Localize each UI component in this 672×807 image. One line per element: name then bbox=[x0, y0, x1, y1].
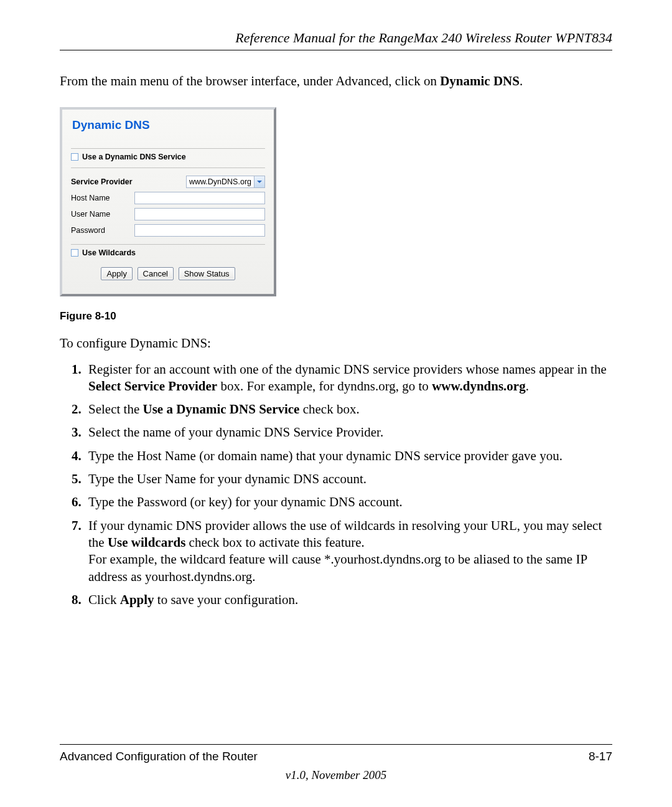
panel-divider bbox=[71, 244, 265, 245]
step-bold: Use a Dynamic DNS Service bbox=[142, 402, 299, 417]
step-text: Type the Host Name (or domain name) that… bbox=[88, 448, 562, 463]
step-1: Register for an account with one of the … bbox=[85, 361, 612, 395]
step-text: For example, the wildcard feature will c… bbox=[88, 552, 587, 583]
password-label: Password bbox=[71, 226, 134, 235]
step-8: Click Apply to save your configuration. bbox=[85, 592, 612, 608]
intro-bold: Dynamic DNS bbox=[440, 73, 520, 88]
service-provider-select[interactable]: www.DynDNS.org bbox=[186, 176, 265, 188]
step-bold: www.dyndns.org bbox=[432, 379, 526, 394]
cancel-button[interactable]: Cancel bbox=[138, 267, 174, 280]
user-name-label: User Name bbox=[71, 210, 134, 219]
service-provider-label: Service Provider bbox=[71, 177, 134, 186]
use-service-label: Use a Dynamic DNS Service bbox=[82, 153, 186, 161]
chevron-down-icon bbox=[257, 181, 262, 183]
use-wildcards-checkbox[interactable] bbox=[71, 249, 78, 257]
footer-version: v1.0, November 2005 bbox=[60, 768, 612, 782]
step-bold: Use wildcards bbox=[108, 535, 185, 550]
host-name-label: Host Name bbox=[71, 194, 134, 202]
step-text: to save your configuration. bbox=[154, 592, 299, 607]
apply-button[interactable]: Apply bbox=[101, 267, 133, 280]
step-text: Type the User Name for your dynamic DNS … bbox=[88, 471, 366, 486]
button-row: Apply Cancel Show Status bbox=[71, 267, 265, 280]
intro-paragraph: From the main menu of the browser interf… bbox=[60, 73, 612, 90]
use-service-row[interactable]: Use a Dynamic DNS Service bbox=[71, 153, 265, 161]
password-row: Password bbox=[71, 224, 265, 237]
page-footer: Advanced Configuration of the Router 8-1… bbox=[60, 744, 612, 782]
use-wildcards-row[interactable]: Use Wildcards bbox=[71, 248, 265, 257]
step-text: box. For example, for dyndns.org, go to bbox=[217, 379, 432, 394]
service-provider-value: www.DynDNS.org bbox=[187, 176, 254, 187]
intro-post: . bbox=[520, 73, 523, 88]
password-input[interactable] bbox=[134, 224, 265, 237]
footer-rule bbox=[60, 744, 612, 745]
step-bold: Select Service Provider bbox=[88, 379, 217, 394]
host-name-input[interactable] bbox=[134, 192, 265, 204]
user-name-input[interactable] bbox=[134, 208, 265, 220]
user-name-row: User Name bbox=[71, 208, 265, 220]
step-text: Select the name of your dynamic DNS Serv… bbox=[88, 425, 383, 440]
configure-lead: To configure Dynamic DNS: bbox=[60, 335, 612, 352]
step-5: Type the User Name for your dynamic DNS … bbox=[85, 471, 612, 488]
panel-divider bbox=[71, 148, 265, 149]
step-text: Select the bbox=[88, 402, 142, 417]
panel-divider bbox=[71, 168, 265, 168]
steps-list: Register for an account with one of the … bbox=[60, 361, 612, 609]
step-text: Click bbox=[88, 592, 120, 607]
host-name-row: Host Name bbox=[71, 192, 265, 204]
step-text: check box to activate this feature. bbox=[185, 535, 364, 550]
figure-caption: Figure 8-10 bbox=[60, 310, 612, 323]
step-4: Type the Host Name (or domain name) that… bbox=[85, 448, 612, 465]
service-provider-row: Service Provider www.DynDNS.org bbox=[71, 176, 265, 188]
intro-pre: From the main menu of the browser interf… bbox=[60, 73, 440, 88]
doc-header-title: Reference Manual for the RangeMax 240 Wi… bbox=[60, 30, 612, 46]
footer-chapter: Advanced Configuration of the Router bbox=[60, 750, 258, 763]
step-3: Select the name of your dynamic DNS Serv… bbox=[85, 424, 612, 441]
step-2: Select the Use a Dynamic DNS Service che… bbox=[85, 401, 612, 418]
ddns-panel: Dynamic DNS Use a Dynamic DNS Service Se… bbox=[60, 107, 276, 296]
step-text: check box. bbox=[299, 402, 359, 417]
step-text: . bbox=[526, 379, 529, 394]
step-6: Type the Password (or key) for your dyna… bbox=[85, 494, 612, 511]
step-text: Register for an account with one of the … bbox=[88, 362, 607, 377]
use-service-checkbox[interactable] bbox=[71, 153, 78, 161]
step-bold: Apply bbox=[120, 592, 154, 607]
step-7: If your dynamic DNS provider allows the … bbox=[85, 517, 612, 585]
step-text: Type the Password (or key) for your dyna… bbox=[88, 494, 403, 509]
header-rule bbox=[60, 50, 612, 50]
footer-page: 8-17 bbox=[589, 750, 612, 763]
show-status-button[interactable]: Show Status bbox=[179, 267, 235, 280]
panel-heading: Dynamic DNS bbox=[72, 118, 265, 132]
use-wildcards-label: Use Wildcards bbox=[82, 248, 136, 257]
dropdown-button[interactable] bbox=[254, 176, 264, 187]
